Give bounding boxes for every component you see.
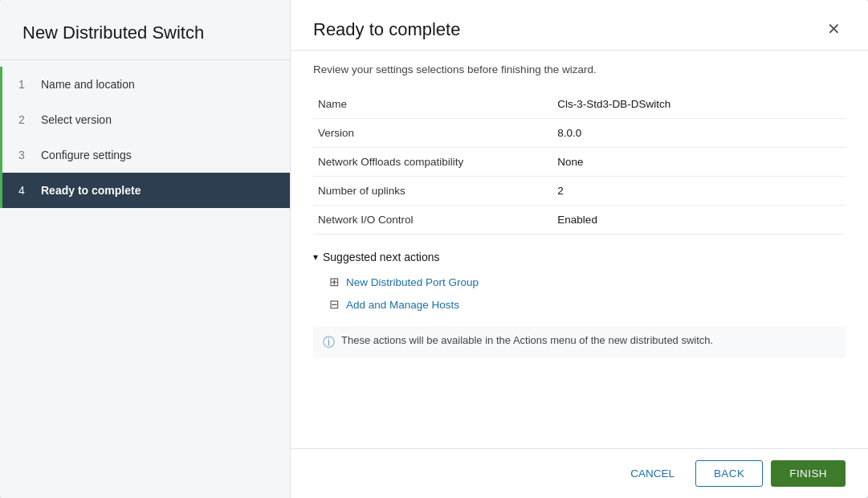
settings-table: Name Cls-3-Std3-DB-DSwitch Version 8.0.0… <box>313 90 846 235</box>
info-note: ⓘ These actions will be available in the… <box>313 326 846 358</box>
action-label: Add and Manage Hosts <box>346 299 459 311</box>
table-row: Network Offloads compatibility None <box>313 148 846 177</box>
setting-label: Version <box>313 119 552 148</box>
content-body: Review your settings selections before f… <box>291 51 868 448</box>
setting-label: Name <box>313 90 552 119</box>
action-label: New Distributed Port Group <box>346 276 479 288</box>
back-button[interactable]: BACK <box>695 460 763 487</box>
setting-value: 8.0.0 <box>552 119 846 148</box>
dialog: New Distributed Switch 1 Name and locati… <box>0 0 868 498</box>
setting-value: 2 <box>552 177 846 206</box>
step-number: 4 <box>18 184 31 197</box>
table-row: Network I/O Control Enabled <box>313 206 846 235</box>
setting-label: Number of uplinks <box>313 177 552 206</box>
manage-hosts-icon: ⊟ <box>329 297 340 312</box>
content-panel: Ready to complete ✕ Review your settings… <box>291 0 868 498</box>
step-number: 1 <box>18 78 31 91</box>
port-group-icon: ⊞ <box>329 275 340 289</box>
action-item-0[interactable]: ⊞New Distributed Port Group <box>329 275 846 289</box>
content-subtitle: Review your settings selections before f… <box>313 63 846 76</box>
setting-label: Network I/O Control <box>313 206 552 235</box>
sidebar-steps: 1 Name and location 2 Select version 3 C… <box>0 60 290 498</box>
step-number: 3 <box>18 149 31 161</box>
suggested-section: ▾ Suggested next actions ⊞New Distribute… <box>313 251 846 358</box>
step-number: 2 <box>18 113 31 126</box>
table-row: Version 8.0.0 <box>313 119 846 148</box>
finish-button[interactable]: FINISH <box>771 460 846 487</box>
info-text: These actions will be available in the A… <box>341 334 713 346</box>
step-label: Select version <box>41 113 112 126</box>
suggested-actions: ⊞New Distributed Port Group⊟Add and Mana… <box>329 275 846 312</box>
close-button[interactable]: ✕ <box>822 19 846 39</box>
setting-value: Enabled <box>552 206 846 235</box>
content-title: Ready to complete <box>313 19 460 40</box>
step-label: Ready to complete <box>41 184 141 197</box>
sidebar-step-4[interactable]: 4 Ready to complete <box>0 173 290 208</box>
sidebar-step-1[interactable]: 1 Name and location <box>0 67 290 102</box>
setting-value: None <box>552 148 846 177</box>
suggested-title: Suggested next actions <box>323 251 440 263</box>
sidebar: New Distributed Switch 1 Name and locati… <box>0 0 291 498</box>
cancel-button[interactable]: CANCEL <box>617 461 687 486</box>
setting-label: Network Offloads compatibility <box>313 148 552 177</box>
sidebar-step-2[interactable]: 2 Select version <box>0 102 290 137</box>
info-icon: ⓘ <box>323 335 335 350</box>
chevron-icon: ▾ <box>313 251 318 263</box>
sidebar-step-3[interactable]: 3 Configure settings <box>0 137 290 173</box>
setting-value: Cls-3-Std3-DB-DSwitch <box>552 90 846 119</box>
sidebar-title: New Distributed Switch <box>0 0 290 60</box>
content-footer: CANCEL BACK FINISH <box>291 448 868 498</box>
step-label: Configure settings <box>41 149 132 161</box>
content-header: Ready to complete ✕ <box>291 0 868 51</box>
step-label: Name and location <box>41 78 135 91</box>
suggested-header[interactable]: ▾ Suggested next actions <box>313 251 846 263</box>
action-item-1[interactable]: ⊟Add and Manage Hosts <box>329 297 846 312</box>
table-row: Name Cls-3-Std3-DB-DSwitch <box>313 90 846 119</box>
table-row: Number of uplinks 2 <box>313 177 846 206</box>
